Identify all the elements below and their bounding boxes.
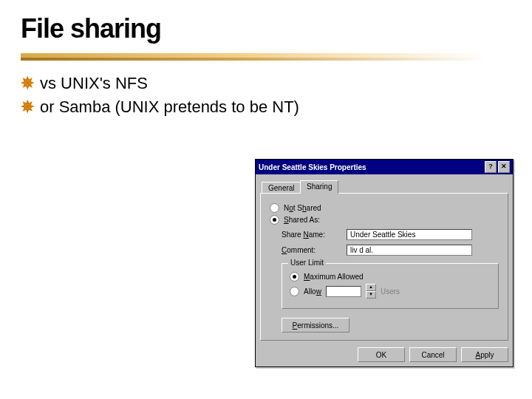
- radio-not-shared-row[interactable]: Not Shared: [270, 203, 499, 213]
- spinner-down-icon[interactable]: ▼: [366, 291, 376, 299]
- radio-allow-n-row[interactable]: Allow ▲▼ Users: [290, 284, 491, 299]
- share-name-label: Share Name:: [282, 231, 339, 239]
- radio-shared-as-row[interactable]: Shared As:: [270, 215, 499, 225]
- radio-not-shared-label: Not Shared: [284, 204, 321, 212]
- radio-allow-n[interactable]: [290, 287, 299, 296]
- bullet-text: or Samba (UNIX pretends to be NT): [40, 98, 299, 117]
- slide-title: File sharing: [21, 13, 511, 44]
- radio-shared-as[interactable]: [270, 215, 279, 225]
- tab-panel-sharing: Not Shared Shared As: Share Name: Commen…: [260, 193, 508, 341]
- ok-button[interactable]: OK: [358, 347, 405, 362]
- radio-not-shared[interactable]: [270, 203, 279, 213]
- bullet-list: ✵ vs UNIX's NFS ✵ or Samba (UNIX pretend…: [21, 74, 511, 117]
- apply-button[interactable]: Apply: [461, 347, 508, 362]
- comment-row: Comment:: [282, 245, 499, 256]
- tab-general[interactable]: General: [262, 182, 301, 194]
- help-button[interactable]: ?: [485, 161, 497, 173]
- slide: File sharing ✵ vs UNIX's NFS ✵ or Samba …: [0, 0, 532, 399]
- radio-allow-n-label: Allow: [304, 287, 321, 296]
- user-limit-group: User Limit Maximum Allowed Allow ▲▼ User…: [282, 263, 499, 309]
- close-button[interactable]: ✕: [498, 161, 510, 173]
- allow-users-input[interactable]: [326, 286, 361, 297]
- dialog-button-row: OK Cancel Apply: [256, 343, 513, 366]
- bullet-item: ✵ vs UNIX's NFS: [21, 74, 511, 93]
- properties-dialog: Under Seattle Skies Properties ? ✕ Gener…: [255, 159, 514, 367]
- permissions-button[interactable]: Permissions...: [282, 318, 349, 332]
- tab-row: General Sharing: [260, 179, 508, 194]
- title-underline: [21, 53, 511, 61]
- share-name-input[interactable]: [347, 229, 472, 240]
- allow-users-suffix: Users: [381, 287, 400, 296]
- radio-max-allowed[interactable]: [290, 272, 299, 282]
- comment-label: Comment:: [282, 246, 339, 254]
- allow-users-spinner[interactable]: ▲▼: [366, 284, 376, 299]
- spinner-up-icon[interactable]: ▲: [366, 284, 376, 291]
- share-name-row: Share Name:: [282, 229, 499, 240]
- title-bar-buttons: ? ✕: [485, 161, 510, 173]
- bullet-item: ✵ or Samba (UNIX pretends to be NT): [21, 98, 511, 117]
- title-bar[interactable]: Under Seattle Skies Properties ? ✕: [256, 160, 513, 174]
- dialog-title: Under Seattle Skies Properties: [259, 163, 366, 171]
- comment-input[interactable]: [347, 245, 472, 256]
- cancel-button[interactable]: Cancel: [409, 347, 457, 362]
- radio-shared-as-label: Shared As:: [284, 216, 320, 224]
- bullet-text: vs UNIX's NFS: [40, 74, 148, 93]
- radio-max-allowed-label: Maximum Allowed: [304, 273, 364, 281]
- tab-sharing[interactable]: Sharing: [300, 180, 338, 194]
- user-limit-legend: User Limit: [288, 259, 326, 267]
- radio-max-allowed-row[interactable]: Maximum Allowed: [290, 272, 491, 282]
